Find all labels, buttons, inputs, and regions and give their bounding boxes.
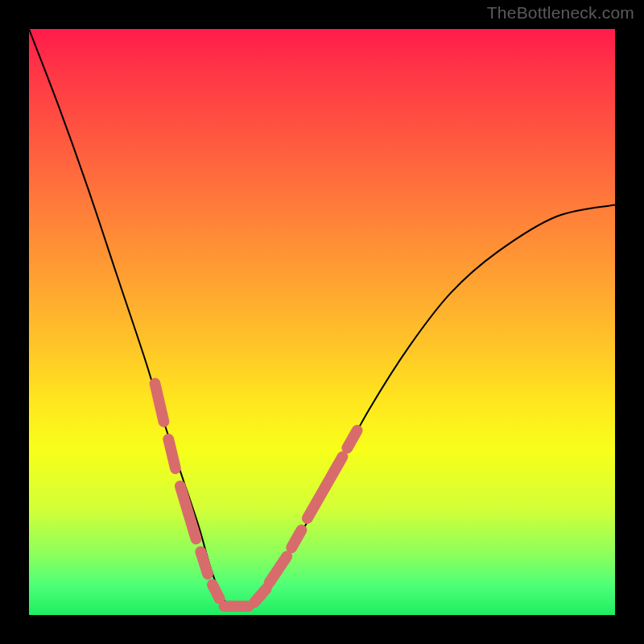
watermark-text: TheBottleneck.com (487, 3, 634, 23)
marker-segment (308, 456, 343, 518)
bottleneck-curve (29, 29, 615, 611)
marker-segment (269, 556, 287, 583)
marker-segment (347, 431, 357, 448)
marker-segment (168, 440, 175, 469)
marker-segment (291, 530, 301, 547)
marker-segment (254, 588, 266, 602)
chart-frame: TheBottleneck.com (0, 0, 644, 644)
curve-layer (29, 29, 615, 615)
marker-segment (200, 551, 208, 574)
marker-segment (213, 584, 220, 598)
marker-segment (180, 486, 196, 539)
marker-segment (155, 383, 164, 421)
marker-group (155, 383, 357, 606)
